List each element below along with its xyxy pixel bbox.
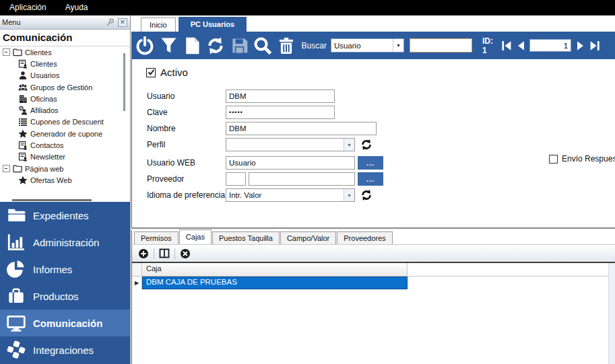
tree-node-cupones[interactable]: Cupones de Descuent xyxy=(0,116,130,128)
delete-icon[interactable] xyxy=(277,36,296,56)
next-record-icon[interactable] xyxy=(575,40,586,52)
caja-column-header[interactable]: Caja xyxy=(142,263,408,276)
nav-integraciones[interactable]: Integraciones xyxy=(0,336,130,363)
usuario-web-browse-button[interactable]: ... xyxy=(358,156,383,170)
nav-label: Productos xyxy=(33,291,79,302)
table-row[interactable]: ▶ DBM CAJA DE PRUEBAS xyxy=(132,277,615,289)
tree-node-clientes-folder[interactable]: Clientes xyxy=(0,46,130,58)
tree-label: Generador de cupone xyxy=(30,130,102,138)
nav-informes[interactable]: Informes xyxy=(0,256,130,283)
power-icon[interactable] xyxy=(135,36,155,56)
grid-vertical-scrollbar[interactable] xyxy=(608,263,615,364)
nav-label: Integraciones xyxy=(33,344,94,356)
usuario-input[interactable] xyxy=(226,89,335,103)
nav-expedientes[interactable]: Expedientes xyxy=(0,202,130,229)
tree-node-generador[interactable]: Generador de cupone xyxy=(0,128,130,139)
nombre-input[interactable] xyxy=(226,122,377,135)
tree-label: Ofertas Web xyxy=(30,176,72,184)
building-icon xyxy=(18,94,28,104)
tree-node-contactos[interactable]: Contactos xyxy=(0,139,130,151)
tree-node-ofertas-web[interactable]: Ofertas Web xyxy=(0,174,130,186)
tab-cajas[interactable]: Cajas xyxy=(179,229,212,244)
close-panel-icon[interactable]: ✕ xyxy=(117,17,128,28)
collapse-icon[interactable] xyxy=(3,48,10,56)
proveedor-code-input[interactable] xyxy=(226,172,246,186)
menu-panel-titlebar: Menu ✕ xyxy=(0,15,130,30)
pin-icon[interactable] xyxy=(105,17,116,28)
field-row-proveedor: Proveedor ... xyxy=(132,172,615,186)
caja-cell[interactable]: DBM CAJA DE PRUEBAS xyxy=(142,277,408,289)
briefcase-icon xyxy=(6,287,26,305)
person-icon xyxy=(18,71,28,80)
last-record-icon[interactable] xyxy=(589,40,600,52)
proveedor-browse-button[interactable]: ... xyxy=(358,172,383,186)
field-row-idioma: Idioma de preferencia Intr. Valor▼ xyxy=(132,188,615,203)
first-record-icon[interactable] xyxy=(500,40,512,52)
tree-node-grupos[interactable]: Grupos de Gestión xyxy=(0,81,130,93)
proveedor-name-input[interactable] xyxy=(249,172,355,186)
tree-horizontal-scrollbar[interactable] xyxy=(12,199,92,201)
doc-person-icon xyxy=(18,59,28,69)
nav-label: Administración xyxy=(33,237,99,248)
field-label: Nombre xyxy=(147,124,176,133)
add-row-icon[interactable] xyxy=(137,247,150,260)
tab-permisos[interactable]: Permisos xyxy=(134,231,179,244)
refresh-icon[interactable] xyxy=(206,36,226,56)
tree-node-newsletter[interactable]: Newsletter xyxy=(0,151,130,163)
tab-pc-usuarios[interactable]: PC Usuarios xyxy=(179,17,247,32)
clave-input[interactable] xyxy=(226,106,335,119)
tree-node-oficinas[interactable]: Oficinas xyxy=(0,93,130,104)
activo-checkbox[interactable] xyxy=(146,68,156,77)
new-record-icon[interactable] xyxy=(183,36,202,56)
usuario-web-input[interactable] xyxy=(226,156,355,170)
tree-node-clientes[interactable]: Clientes xyxy=(0,58,130,69)
save-icon[interactable] xyxy=(230,36,249,56)
perfil-refresh-icon[interactable] xyxy=(360,139,373,151)
tab-puestos-taquilla[interactable]: Puestos Taquilla xyxy=(212,231,280,244)
menu-aplicacion[interactable]: Aplicación xyxy=(0,0,56,15)
idioma-refresh-icon[interactable] xyxy=(360,189,373,201)
previous-record-icon[interactable] xyxy=(515,40,526,52)
field-row-usuario-web: Usuario WEB ... xyxy=(132,155,615,170)
menu-ayuda[interactable]: Ayuda xyxy=(56,0,98,15)
nav-comunicacion[interactable]: Comunicación xyxy=(0,310,130,336)
search-field-combo[interactable]: Usuario ▼ xyxy=(331,38,404,52)
record-number-input[interactable] xyxy=(529,39,571,52)
tree-vertical-scrollbar[interactable] xyxy=(123,53,125,111)
field-row-nombre: Nombre xyxy=(132,121,615,136)
tree-label: Cupones de Descuent xyxy=(30,118,104,126)
app-menubar: Aplicación Ayuda xyxy=(0,0,615,15)
filter-icon[interactable] xyxy=(159,36,179,56)
envio-respuesta-checkbox[interactable] xyxy=(549,155,558,163)
search-input[interactable] xyxy=(410,38,472,52)
tab-campo-valor[interactable]: Campo/Valor xyxy=(280,231,336,244)
nav-label: Comunicación xyxy=(33,318,102,329)
tree-label: Clientes xyxy=(30,60,57,68)
detail-tabbar: Permisos Cajas Puestos Taquilla Campo/Va… xyxy=(131,230,615,244)
tab-inicio[interactable]: Inicio xyxy=(141,17,176,32)
field-label: Perfil xyxy=(147,140,165,149)
star-icon xyxy=(18,129,28,139)
nav-productos[interactable]: Productos xyxy=(0,283,130,310)
toolbar-separator xyxy=(174,248,175,259)
row-selector-header xyxy=(132,263,142,276)
tree-node-pagina-web-folder[interactable]: Página web xyxy=(0,163,130,174)
tree-node-usuarios[interactable]: Usuarios xyxy=(0,70,130,81)
tree-label: Página web xyxy=(25,165,64,173)
pie-chart-icon xyxy=(6,260,26,279)
perfil-combo[interactable]: ▼ xyxy=(226,138,355,151)
field-row-perfil: Perfil ▼ xyxy=(132,137,615,152)
nav-administracion[interactable]: Administración xyxy=(0,229,130,256)
tree-label: Contactos xyxy=(30,141,64,149)
activo-label: Activo xyxy=(160,67,188,78)
idioma-combo[interactable]: Intr. Valor▼ xyxy=(226,188,355,202)
columns-icon[interactable] xyxy=(158,247,171,260)
tree-node-afiliados[interactable]: Afiliados xyxy=(0,104,130,116)
collapse-icon[interactable] xyxy=(3,165,10,172)
tab-proveedores[interactable]: Proveedores xyxy=(337,231,392,244)
search-icon[interactable] xyxy=(253,36,273,56)
field-label: Idioma de preferencia xyxy=(147,190,225,200)
field-label: Usuario WEB xyxy=(147,158,195,168)
left-panel: Menu ✕ Comunicación Clientes Clientes Us… xyxy=(0,15,131,364)
delete-row-icon[interactable] xyxy=(179,247,192,260)
